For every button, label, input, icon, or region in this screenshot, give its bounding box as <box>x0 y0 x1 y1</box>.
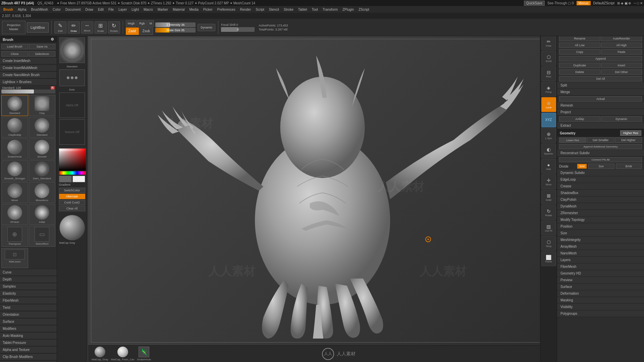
reconstruct-subdiv-button[interactable]: Reconstruct Subdiv <box>557 150 644 157</box>
create-nano-mesh-brush-button[interactable]: Create NanoMesh Brush <box>0 71 57 78</box>
zsub-button[interactable]: Zsub <box>140 27 153 35</box>
brush-standard2[interactable]: Standard <box>29 117 56 138</box>
insert-button[interactable]: Insert <box>601 63 642 68</box>
brush-smooth[interactable]: Smooth <box>29 138 56 160</box>
paste-button[interactable]: Paste <box>601 49 642 55</box>
dynamic-subdiv-button[interactable]: Dynamic Subdiv <box>557 170 644 176</box>
brush-snakehook[interactable]: SnakeHook <box>1 138 28 160</box>
menu-item-tablet[interactable]: Tablet <box>296 7 309 12</box>
project-button[interactable]: Project <box>557 109 644 116</box>
append-button[interactable]: Append <box>559 56 642 61</box>
remesh-button[interactable]: Remesh <box>557 102 644 109</box>
array-mesh-button[interactable]: ArrayMesh <box>557 243 644 250</box>
battr-button[interactable]: BAttr <box>616 164 642 169</box>
higher-res-button[interactable]: Higher Res <box>620 130 641 136</box>
suv-button[interactable]: Suv <box>588 164 614 169</box>
quicksave-button[interactable]: QuickSave <box>524 1 545 6</box>
dots-preview[interactable] <box>59 69 85 86</box>
right-icon-solo[interactable]: ● Solo <box>541 159 556 174</box>
fiber-mesh-button[interactable]: FiberMesh <box>557 263 644 270</box>
brush-section-samples[interactable]: Samples <box>0 283 57 290</box>
alternate-button[interactable]: Alternate <box>59 194 85 199</box>
dynamic-subdiv2-button[interactable]: Dynamic <box>601 116 642 122</box>
preview-button[interactable]: Preview <box>557 277 644 284</box>
menu-item-edit[interactable]: Edit <box>96 7 106 12</box>
del-other-button[interactable]: Del Other <box>601 69 642 75</box>
right-icon-scroll[interactable]: ⬡ Scroll <box>541 51 556 66</box>
brush-move-accu[interactable]: MoveAccu <box>29 182 56 203</box>
brush-section-depth[interactable]: Depth <box>0 276 57 283</box>
select-icon-button[interactable]: SelectIcon <box>29 51 56 57</box>
right-icon-xyz[interactable]: XYZ <box>541 113 556 127</box>
load-brush-button[interactable]: Load Brush <box>1 44 28 49</box>
lightbox-brushes-button[interactable]: Lightbox > Brushes <box>0 78 57 85</box>
draw-tool-button[interactable]: ✏ Draw <box>68 21 80 34</box>
brush-section-twist[interactable]: Twist <box>0 304 57 311</box>
menu-item-file[interactable]: File <box>106 7 116 12</box>
focal-shift-bar[interactable]: 0 <box>221 27 255 32</box>
lightbox-button[interactable]: LightBox <box>27 22 49 33</box>
matcap-pearl-item[interactable]: MatCap_Pearl_Cav <box>111 347 135 361</box>
swatch-gray[interactable] <box>59 176 72 182</box>
right-icon-draw[interactable]: ✏ Draw <box>541 36 556 50</box>
hue-bar[interactable] <box>59 171 86 175</box>
masking-button[interactable]: Masking <box>557 297 644 304</box>
edit-tool-button[interactable]: ✎ Edit <box>54 21 66 34</box>
duplicate-button[interactable]: Duplicate <box>559 63 600 68</box>
alpha-off-thumb[interactable]: Alpha Off <box>59 93 85 118</box>
split-button[interactable]: Split <box>557 82 644 89</box>
menu-item-color[interactable]: Color <box>51 7 63 12</box>
menu-item-picker[interactable]: Picker <box>201 7 215 12</box>
shadow-box-button[interactable]: ShadowBox <box>557 190 644 196</box>
menu-item-script[interactable]: Script <box>254 7 266 12</box>
brush-transpose[interactable]: ⊕ Transpose <box>1 226 28 247</box>
brush-claybulldp[interactable]: ClayBulldp <box>1 117 28 138</box>
right-icon-tamp[interactable]: ⬡ Tamp <box>541 236 556 251</box>
geometry-hd-button[interactable]: Geometry HD <box>557 270 644 277</box>
right-icon-scale[interactable]: ⊠ Scale <box>541 190 556 204</box>
texture-off-thumb[interactable]: Texture Off <box>59 119 85 145</box>
brush-section-alpha-and-texture[interactable]: Alpha and Texture <box>0 346 57 353</box>
menu-item-alpha[interactable]: Alpha <box>16 7 29 12</box>
right-icon-dynamic[interactable]: ◐ Dynamic <box>541 143 556 158</box>
size-button[interactable]: Size <box>557 230 644 237</box>
surface-button[interactable]: Surface <box>557 284 644 290</box>
projection-master-button[interactable]: Projection Master <box>2 21 25 34</box>
main-canvas[interactable]: × <box>88 36 557 345</box>
menu-item-macro[interactable]: Macro <box>142 7 155 12</box>
m-button[interactable]: M <box>148 20 154 27</box>
save-as-button[interactable]: Save As <box>29 44 56 49</box>
menu-item-layer[interactable]: Layer <box>116 7 129 12</box>
switch-color-button[interactable]: SwitchColor <box>59 188 85 193</box>
visibility-button[interactable]: Visibility <box>557 304 644 310</box>
menu-item-stencil[interactable]: Stencil <box>267 7 281 12</box>
z-intensity-bar[interactable]: Z Intensity 36 <box>155 22 196 27</box>
get-smaller-button[interactable]: Get Smaller <box>587 137 614 143</box>
brush-select-rect[interactable]: ▭ SelectRect <box>29 226 56 247</box>
menus-button[interactable]: Menus <box>577 1 591 5</box>
brush-section-modifiers[interactable]: Modifiers <box>0 325 57 332</box>
brush-section-auto-masking[interactable]: Auto Masking <box>0 332 57 339</box>
brush-section-fibermesh[interactable]: FiberMesh <box>0 297 57 304</box>
menu-item-brushmesh[interactable]: BrushMesh <box>29 7 50 12</box>
matcap-snake-item[interactable]: 🦎 SnakeHook <box>137 347 151 361</box>
edge-loop-button[interactable]: EdgeLoop <box>557 176 644 183</box>
brush-size-slider[interactable] <box>1 89 55 94</box>
delete-button[interactable]: Delete <box>559 69 600 75</box>
crease-button[interactable]: Crease <box>557 183 644 190</box>
deformation-button[interactable]: Deformation <box>557 290 644 297</box>
right-icon-floor[interactable]: ⊟ Floor <box>541 66 556 81</box>
brush-dam-standard[interactable]: Dam_Standard <box>29 160 56 181</box>
menu-item-material[interactable]: Material <box>171 7 187 12</box>
copy-button[interactable]: Copy <box>559 49 600 55</box>
rotate-tool-button[interactable]: ↻ Rotate <box>108 21 120 34</box>
move-tool-button[interactable]: ↔ Move <box>81 21 93 34</box>
actual-button[interactable]: Actual <box>559 96 642 102</box>
dynamic-button[interactable]: Dynamic <box>198 24 215 31</box>
brush-section-clip-brush-modifiers[interactable]: Clip Brush Modifiers <box>0 353 57 360</box>
right-icon-move[interactable]: ✛ Move <box>541 174 556 189</box>
matcap-gray-item[interactable]: MatCap_Gray <box>92 347 108 361</box>
menu-item-document[interactable]: Document <box>63 7 83 12</box>
brush-smooth-stronger[interactable]: Smooth_Stronger <box>1 160 28 181</box>
matcap-gray-thumb[interactable]: MatCap Gray <box>59 215 85 240</box>
